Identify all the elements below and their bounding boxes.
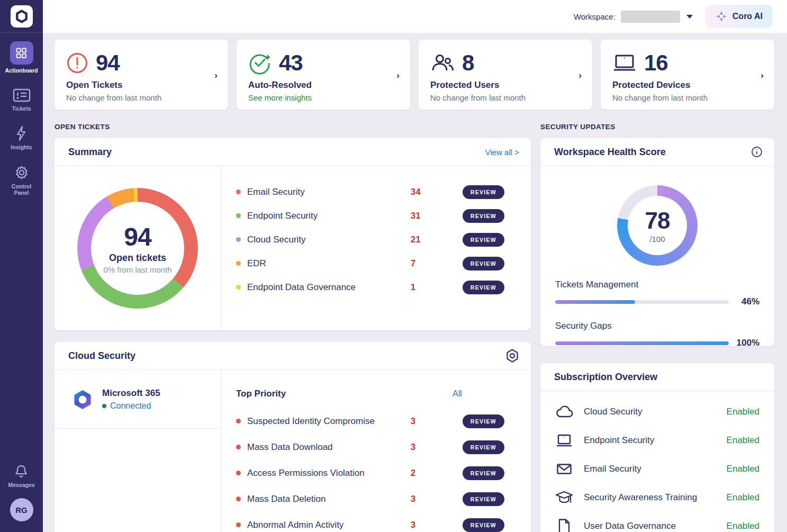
stat-card-protected-devices[interactable]: 16 Protected Devices No change from last… (601, 40, 774, 110)
see-more-insights-link[interactable]: See more insights (248, 93, 399, 102)
users-icon (430, 52, 455, 74)
connected-label: Connected (110, 401, 151, 411)
stat-title: Auto-Resolved (248, 80, 399, 91)
subscription-label: Cloud Security (584, 407, 727, 417)
sidebar-item-tickets[interactable]: Tickets (12, 88, 31, 112)
subscription-status: Enabled (727, 407, 759, 417)
chevron-right-icon[interactable]: › (214, 70, 218, 81)
review-button[interactable]: REVIEW (463, 257, 504, 270)
tickets-management-label: Tickets Management (555, 279, 759, 290)
ticket-icon (13, 88, 31, 103)
sidebar: Actionboard Tickets Insights Control Pan… (0, 0, 43, 532)
connected-link[interactable]: Connected (102, 401, 160, 411)
priority-count: 3 (411, 442, 434, 453)
subscription-status: Enabled (727, 521, 759, 531)
legend-label: Endpoint Security (247, 211, 411, 221)
subscription-row: User Data Governance Enabled (555, 512, 759, 532)
chevron-down-icon[interactable] (686, 15, 693, 19)
legend-dot (236, 261, 241, 266)
stat-card-open-tickets[interactable]: 94 Open Tickets No change from last mont… (55, 40, 228, 110)
priority-label: Access Permissions Violation (247, 468, 411, 479)
sidebar-item-messages[interactable]: Messages (8, 464, 34, 489)
priority-dot (236, 522, 241, 527)
topbar: Workspace: Coro AI (43, 0, 787, 33)
review-button[interactable]: REVIEW (463, 492, 504, 506)
stat-title: Protected Devices (612, 80, 763, 91)
stat-value: 94 (96, 50, 120, 76)
legend-label: Cloud Security (247, 235, 411, 245)
priority-label: Mass Data Deletion (247, 494, 411, 504)
priority-label: Abnormal Admin Activity (247, 520, 411, 530)
review-button[interactable]: REVIEW (463, 440, 504, 454)
review-button[interactable]: REVIEW (463, 518, 504, 532)
priority-label: Suspected Identity Compromise (247, 416, 411, 427)
health-title: Workspace Health Score (554, 147, 666, 158)
stat-card-protected-users[interactable]: 8 Protected Users No change from last mo… (419, 40, 592, 110)
priority-dot (236, 445, 241, 449)
summary-card: Summary View all > 94 Open tickets 0% fr… (55, 138, 531, 330)
main-content: 94 Open Tickets No change from last mont… (43, 33, 787, 532)
subscription-row: Endpoint Security Enabled (555, 426, 759, 455)
chevron-right-icon[interactable]: › (578, 70, 582, 81)
priority-row: Abnormal Admin Activity 3 REVIEW (236, 512, 504, 532)
review-button[interactable]: REVIEW (463, 414, 504, 428)
document-icon (555, 518, 573, 532)
tickets-management-pct: 46% (735, 296, 759, 307)
health-score-ring: 78 /100 (617, 185, 698, 266)
settings-hexagon-icon[interactable] (505, 348, 519, 363)
review-button[interactable]: REVIEW (463, 281, 504, 294)
subscription-label: Security Awareness Training (584, 492, 727, 503)
subscription-row: Email Security Enabled (555, 455, 759, 483)
security-gaps-pct: 100% (735, 338, 759, 348)
review-button[interactable]: REVIEW (463, 209, 504, 223)
connector-name: Microsoft 365 (102, 388, 160, 399)
all-link[interactable]: All (453, 389, 504, 399)
subscription-overview-card: Subscription Overview Cloud Security Ena… (540, 363, 774, 532)
check-sparkle-icon (248, 51, 272, 75)
coro-ai-label: Coro AI (732, 12, 763, 21)
section-open-tickets: OPEN TICKETS (55, 123, 531, 131)
subscription-title: Subscription Overview (554, 372, 657, 383)
priority-label: Mass Data Download (247, 442, 411, 453)
coro-logo[interactable] (0, 0, 43, 33)
sidebar-item-actionboard[interactable]: Actionboard (5, 41, 38, 74)
legend-row: Endpoint Security 31 REVIEW (236, 204, 504, 228)
stat-subtitle: No change from last month (612, 93, 763, 102)
priority-row: Mass Data Deletion 3 REVIEW (236, 486, 504, 512)
stat-value: 43 (279, 50, 303, 76)
priority-count: 2 (411, 468, 434, 479)
view-all-link[interactable]: View all > (485, 148, 519, 157)
review-button[interactable]: REVIEW (463, 185, 504, 199)
laptop-icon (612, 53, 637, 73)
chevron-right-icon[interactable]: › (761, 70, 764, 81)
coro-ai-button[interactable]: Coro AI (705, 5, 772, 28)
chevron-right-icon[interactable]: › (396, 70, 400, 81)
workspace-name-redacted[interactable] (621, 11, 680, 23)
section-security-updates: SECURITY UPDATES (540, 123, 774, 131)
sidebar-item-insights[interactable]: Insights (11, 125, 32, 151)
subscription-label: User Data Governance (584, 521, 727, 531)
ticket-count: 31 (411, 211, 434, 221)
summary-legend: Email Security 34 REVIEW Endpoint Securi… (221, 166, 531, 330)
grid-icon (10, 41, 33, 65)
priority-dot (236, 497, 241, 501)
sidebar-item-label: Actionboard (5, 67, 38, 74)
subscription-status: Enabled (727, 492, 759, 503)
donut-label: Open tickets (109, 253, 166, 264)
gear-icon (14, 165, 30, 181)
priority-count: 3 (411, 416, 434, 427)
legend-dot (236, 285, 241, 290)
review-button[interactable]: REVIEW (463, 233, 504, 247)
user-avatar[interactable]: RG (10, 498, 33, 521)
sidebar-item-control-panel[interactable]: Control Panel (6, 165, 38, 196)
donut-total: 94 (124, 222, 151, 251)
stat-card-auto-resolved[interactable]: 43 Auto-Resolved See more insights › (237, 40, 410, 110)
review-button[interactable]: REVIEW (463, 466, 504, 480)
priority-row: Mass Data Download 3 REVIEW (236, 434, 504, 460)
cloud-icon (555, 405, 573, 418)
priority-count: 3 (411, 520, 434, 530)
ticket-count: 7 (411, 258, 434, 269)
legend-label: Email Security (247, 187, 411, 197)
info-icon[interactable] (751, 146, 763, 158)
subscription-row: Cloud Security Enabled (555, 398, 759, 426)
